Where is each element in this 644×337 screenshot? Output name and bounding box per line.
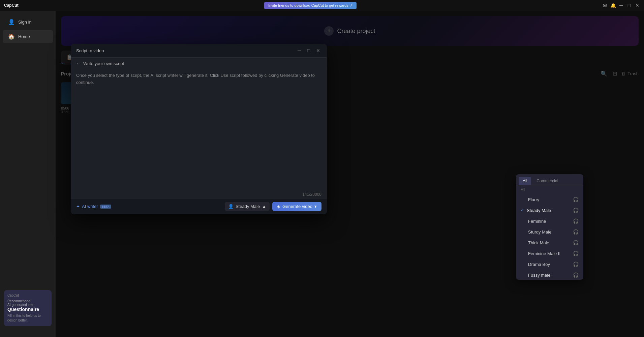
voice-item-left-thick-male: Thick Male [521,240,549,245]
voice-item-fussy-male[interactable]: Fussy male 🎧 [516,270,583,280]
voice-item-left-drama-boy: Drama Boy [521,262,550,267]
voice-item-thick-male[interactable]: Thick Male 🎧 [516,237,583,248]
beta-badge: BETA [100,205,111,209]
modal-minimize-button[interactable]: ─ [296,47,303,54]
voice-steady-male-label: Steady Male [527,208,551,213]
modal-maximize-button[interactable]: □ [305,47,312,54]
check-icon-steady-male: ✓ [521,208,524,213]
home-label: Home [18,34,30,39]
invite-banner[interactable]: Invite friends to download CapCut to get… [264,2,357,9]
voice-item-steady-male[interactable]: ✓ Steady Male 🎧 [516,205,583,216]
voice-feminine-label: Feminine [528,219,546,224]
sidebar-item-home[interactable]: 🏠 Home [3,30,53,43]
headphone-icon-flurry[interactable]: 🎧 [573,197,579,202]
voice-selector-label: Steady Male [236,204,260,209]
voice-selector[interactable]: 👤 Steady Male ▲ [225,202,270,211]
headphone-icon-fussy-male[interactable]: 🎧 [573,272,579,278]
questionnaire-header: CapCut [7,294,48,297]
voice-item-flurry[interactable]: Flurry 🎧 [516,194,583,205]
voice-sturdy-male-label: Sturdy Male [528,229,551,235]
modal-header: Script to video ─ □ ✕ [71,44,327,58]
message-icon[interactable]: ✉ [602,3,608,8]
questionnaire-card[interactable]: CapCut Recommended AI-generated text Que… [4,290,52,326]
headphone-icon-feminine[interactable]: 🎧 [573,218,579,224]
voice-list: All Flurry 🎧 ✓ Steady Male 🎧 Feminine 🎧 [516,185,583,280]
voice-item-left-fussy-male: Fussy male [521,273,550,278]
generate-video-button[interactable]: ◈ Generate video ▾ [272,202,321,211]
headphone-icon-thick-male[interactable]: 🎧 [573,240,579,245]
voice-flurry-label: Flurry [528,197,539,202]
voice-item-drama-boy[interactable]: Drama Boy 🎧 [516,259,583,270]
script-placeholder-text: Once you select the type of script, the … [76,73,315,85]
top-bar-controls: ✉ 🔔 ─ □ ✕ [602,3,640,8]
headphone-icon-steady-male[interactable]: 🎧 [573,208,579,213]
headphone-icon-sturdy-male[interactable]: 🎧 [573,229,579,235]
sidebar: 👤 Sign in 🏠 Home CapCut Recommended AI-g… [0,11,56,337]
top-bar: CapCut Invite friends to download CapCut… [0,0,644,11]
sidebar-item-signin[interactable]: 👤 Sign in [3,16,53,29]
modal-footer: ✦ AI writer BETA 👤 Steady Male ▲ ◈ Gener… [71,198,327,214]
voice-item-left-sturdy-male: Sturdy Male [521,229,551,235]
voice-feminine-male-ii-label: Feminine Male II [528,251,560,256]
generate-label: Generate video [282,204,312,209]
chevron-up-icon: ▲ [262,204,266,209]
back-arrow-icon: ← [76,61,81,66]
recommended-text: Recommended [7,299,48,303]
char-count: 141/20000 [71,191,327,198]
ai-generated-text: AI-generated text [7,303,48,307]
bell-icon[interactable]: 🔔 [610,3,616,8]
voice-item-feminine[interactable]: Feminine 🎧 [516,216,583,226]
sidebar-bottom: CapCut Recommended AI-generated text Que… [0,286,56,330]
ai-writer-button[interactable]: ✦ AI writer BETA [76,204,111,209]
script-modal: Script to video ─ □ ✕ ← Write your own s… [71,44,327,214]
voice-item-feminine-male-ii[interactable]: Feminine Male II 🎧 [516,248,583,259]
signin-icon: 👤 [8,19,15,25]
minimize-button[interactable]: ─ [618,3,624,8]
voice-tab-all[interactable]: All [519,177,531,185]
generate-icon: ◈ [277,204,280,209]
questionnaire-description: Fill in this to help us to design better… [7,313,48,323]
voice-item-left-feminine-male-ii: Feminine Male II [521,251,560,256]
person-icon: 👤 [228,204,234,209]
voice-item-left-feminine: Feminine [521,219,546,224]
footer-right: 👤 Steady Male ▲ ◈ Generate video ▾ [225,202,321,211]
signin-label: Sign in [18,20,32,25]
maximize-button[interactable]: □ [626,3,632,8]
close-button[interactable]: ✕ [635,3,640,8]
top-bar-left: CapCut [4,3,19,8]
headphone-icon-drama-boy[interactable]: 🎧 [573,262,579,267]
voice-thick-male-label: Thick Male [528,240,549,245]
voice-all-section: All [516,185,583,194]
voice-tabs: All Commercial [516,174,583,185]
voice-tab-commercial[interactable]: Commercial [532,177,562,185]
voice-dropdown: All Commercial All Flurry 🎧 ✓ Steady Mal… [516,174,583,280]
home-icon: 🏠 [8,33,15,40]
modal-title: Script to video [76,48,104,53]
questionnaire-title: Questionnaire [7,307,48,312]
voice-item-left-flurry: Flurry [521,197,539,202]
generate-chevron-icon: ▾ [314,204,317,209]
modal-close-button[interactable]: ✕ [315,47,321,54]
voice-fussy-male-label: Fussy male [528,273,550,278]
voice-item-left-steady-male: ✓ Steady Male [521,208,551,213]
voice-drama-boy-label: Drama Boy [528,262,550,267]
voice-item-sturdy-male[interactable]: Sturdy Male 🎧 [516,226,583,237]
script-area[interactable]: Once you select the type of script, the … [71,69,327,191]
capcut-small-logo: CapCut [7,294,19,297]
ai-writer-label: AI writer [82,204,98,209]
back-label: Write your own script [83,61,124,66]
headphone-icon-feminine-male-ii[interactable]: 🎧 [573,251,579,256]
modal-back-nav[interactable]: ← Write your own script [71,58,327,69]
app-logo: CapCut [4,3,19,8]
sparkle-icon: ✦ [76,204,80,209]
modal-controls: ─ □ ✕ [296,47,321,54]
